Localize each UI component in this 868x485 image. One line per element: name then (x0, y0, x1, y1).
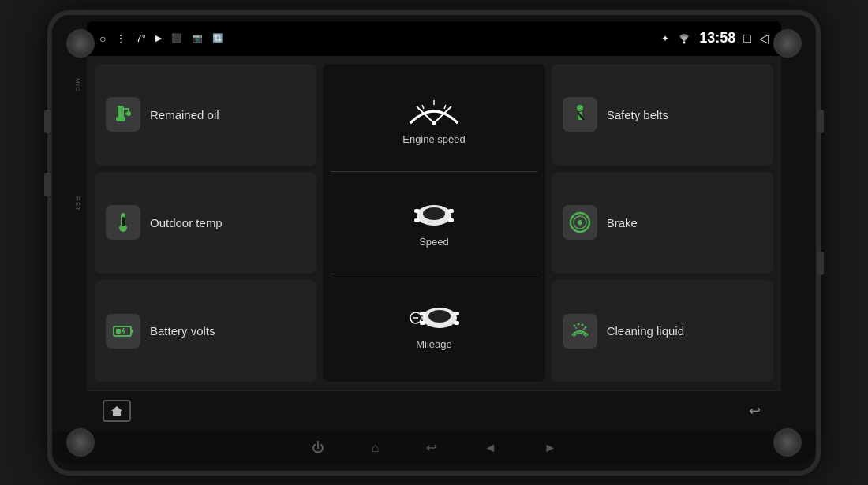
svg-point-0 (683, 41, 686, 43)
svg-rect-8 (131, 330, 133, 333)
remained-oil-icon (106, 97, 140, 132)
cleaning-liquid-label: Cleaning liquid (607, 324, 684, 338)
remained-oil-label: Remained oil (150, 108, 219, 121)
menu-icon[interactable]: ⋮ (115, 32, 126, 45)
svg-text:!: ! (578, 219, 581, 227)
camera2-icon[interactable]: 📷 (192, 33, 203, 43)
brake-label: Brake (607, 216, 638, 229)
side-button-right-top[interactable] (817, 110, 824, 133)
tile-cleaning-liquid[interactable]: Cleaning liquid (552, 280, 773, 382)
speed-label: Speed (419, 236, 449, 248)
corner-knob-tl (66, 29, 95, 58)
svg-point-47 (583, 328, 585, 330)
svg-rect-2 (116, 117, 125, 121)
tile-outdoor-temp[interactable]: Outdoor temp (95, 172, 316, 274)
svg-rect-9 (116, 329, 121, 334)
svg-point-43 (577, 323, 579, 325)
svg-rect-33 (420, 321, 425, 325)
speed-icon (406, 198, 462, 233)
safety-belts-label: Safety belts (607, 108, 668, 121)
engine-speed-section: Engine speed (331, 70, 537, 173)
side-button-right-bot[interactable] (817, 252, 824, 275)
safety-belts-icon (563, 97, 597, 132)
tile-battery-volts[interactable]: Battery volts (95, 280, 316, 382)
home-icon[interactable]: ○ (99, 32, 106, 45)
svg-rect-34 (454, 321, 459, 325)
outdoor-temp-label: Outdoor temp (150, 216, 223, 229)
home-physical-button[interactable]: ⌂ (372, 441, 380, 455)
battery-volts-label: Battery volts (150, 324, 215, 338)
svg-rect-6 (122, 217, 125, 226)
speed-section: Speed (331, 172, 537, 274)
engine-speed-icon (402, 95, 466, 130)
engine-speed-label: Engine speed (402, 133, 466, 145)
status-right: ✦ 13:58 □ ◁ (661, 30, 769, 47)
svg-point-45 (584, 326, 586, 328)
svg-point-20 (432, 121, 436, 125)
svg-point-42 (573, 324, 575, 326)
status-bar: ○ ⋮ 7° ▶ ⬛ 📷 🔃 ✦ 13:58 □ ◁ (87, 21, 781, 56)
back-button[interactable]: ↩ (743, 400, 765, 422)
home-button[interactable] (103, 400, 131, 422)
svg-point-30 (428, 310, 451, 323)
device-frame: MIC RST ○ ⋮ 7° ▶ ⬛ 📷 🔃 ✦ 13:58 □ ◁ (47, 10, 821, 476)
clock: 13:58 (699, 30, 735, 47)
tile-safety-belts[interactable]: Safety belts (552, 64, 773, 166)
side-button-left-mid[interactable] (44, 173, 51, 196)
svg-point-35 (577, 105, 583, 111)
svg-rect-25 (414, 218, 420, 222)
power-button[interactable]: ⏻ (312, 441, 324, 455)
back-physical-button[interactable]: ↩ (426, 440, 436, 455)
main-content: Remained oil Outdoor temp (87, 56, 781, 390)
camera1-icon[interactable]: ⬛ (171, 33, 182, 43)
mic-label: MIC (74, 78, 81, 92)
svg-point-46 (575, 327, 577, 329)
corner-knob-br (773, 428, 802, 457)
physical-bar: ⏻ ⌂ ↩ ◄ ► (52, 431, 816, 464)
window-icon[interactable]: □ (743, 32, 751, 46)
svg-line-14 (422, 105, 424, 109)
screen: ○ ⋮ 7° ▶ ⬛ 📷 🔃 ✦ 13:58 □ ◁ (87, 21, 781, 431)
side-button-left-top[interactable] (44, 110, 51, 133)
corner-knob-tr (773, 29, 802, 58)
tile-remained-oil[interactable]: Remained oil (95, 64, 316, 166)
play-icon[interactable]: ▶ (155, 33, 162, 43)
outdoor-temp-icon (106, 205, 140, 240)
tile-brake[interactable]: ! Brake (552, 172, 773, 274)
camera3-icon[interactable]: 🔃 (212, 33, 223, 43)
bottom-bar: ↩ (87, 390, 781, 431)
svg-point-3 (126, 111, 131, 116)
back-icon[interactable]: ◁ (759, 31, 769, 46)
mileage-label: Mileage (416, 338, 452, 350)
mileage-section: Mileage (331, 274, 537, 376)
svg-rect-23 (414, 209, 420, 213)
battery-volts-icon (106, 314, 140, 349)
vol-up-button[interactable]: ► (544, 441, 556, 455)
svg-rect-31 (420, 312, 425, 315)
brake-icon: ! (563, 205, 597, 240)
cleaning-liquid-icon (563, 314, 597, 349)
svg-point-22 (423, 207, 445, 220)
rst-label: RST (74, 196, 81, 211)
svg-point-44 (581, 323, 583, 326)
svg-rect-24 (448, 209, 454, 213)
bluetooth-icon: ✦ (661, 33, 669, 44)
svg-line-16 (444, 105, 446, 109)
temperature-display: 7° (136, 32, 145, 44)
corner-knob-bl (66, 428, 95, 457)
svg-rect-32 (454, 312, 459, 315)
wifi-icon (677, 33, 691, 44)
dashboard-grid: Remained oil Outdoor temp (95, 64, 773, 382)
svg-rect-26 (448, 218, 454, 222)
tile-center-dashboard[interactable]: Engine speed (323, 64, 544, 382)
vol-down-button[interactable]: ◄ (484, 441, 496, 455)
mileage-icon (406, 300, 462, 335)
